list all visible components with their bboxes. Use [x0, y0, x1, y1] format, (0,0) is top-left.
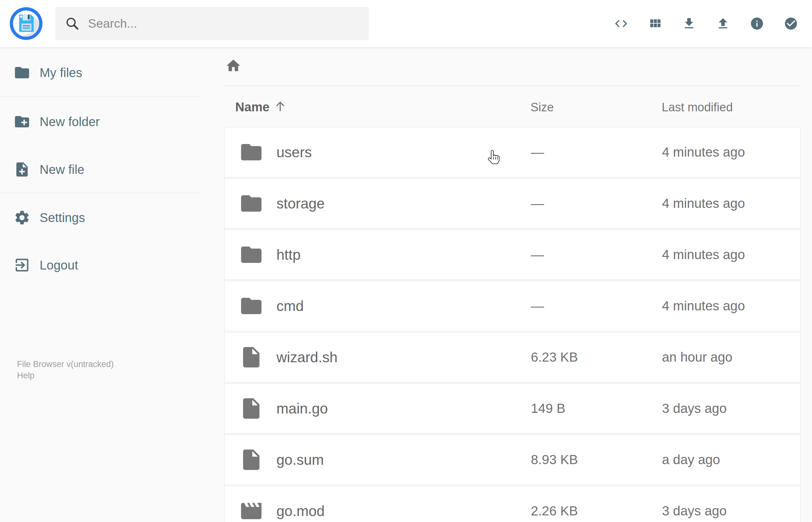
- sidebar: My files New folder New file Settings: [0, 47, 200, 522]
- home-icon: [225, 58, 242, 74]
- item-modified: 4 minutes ago: [662, 145, 745, 160]
- file-row[interactable]: http — 4 minutes ago: [224, 229, 801, 280]
- info-button[interactable]: [750, 16, 764, 31]
- code-icon: [614, 16, 628, 31]
- download-icon: [682, 16, 696, 31]
- item-modified: a day ago: [662, 452, 720, 467]
- item-size: —: [531, 298, 544, 314]
- sidebar-footer: File Browser v(untracked) Help: [17, 359, 114, 381]
- item-size: 6.23 KB: [531, 350, 578, 365]
- item-size: —: [531, 247, 544, 262]
- item-name: storage: [277, 195, 325, 212]
- column-header-size[interactable]: Size: [530, 101, 554, 114]
- download-button[interactable]: [682, 16, 696, 31]
- sidebar-item-label: New file: [40, 163, 84, 177]
- item-modified: 3 days ago: [662, 503, 727, 519]
- sidebar-item-new-file[interactable]: New file: [0, 152, 200, 187]
- file-row[interactable]: wizard.sh 6.23 KB an hour ago: [224, 332, 801, 382]
- header-actions: [614, 0, 798, 47]
- select-multiple-button[interactable]: [784, 16, 798, 31]
- sidebar-item-label: Settings: [40, 211, 85, 225]
- item-modified: 4 minutes ago: [662, 196, 745, 211]
- logout-icon: [14, 257, 31, 274]
- header-divider: [224, 85, 801, 86]
- item-name: go.mod: [277, 502, 325, 520]
- upload-icon: [716, 16, 730, 31]
- floppy-disk-logo-icon: [9, 7, 43, 40]
- file-icon: [239, 447, 264, 472]
- new-folder-icon: [14, 113, 31, 130]
- folder-icon: [14, 64, 31, 81]
- folder-icon: [239, 294, 264, 318]
- column-header-name[interactable]: Name: [235, 100, 269, 114]
- search-input[interactable]: Search...: [55, 7, 369, 40]
- item-size: 8.93 KB: [531, 452, 578, 467]
- grid-view-icon: [648, 16, 662, 31]
- upload-button[interactable]: [716, 16, 730, 31]
- sidebar-item-settings[interactable]: Settings: [0, 200, 200, 235]
- sidebar-item-new-folder[interactable]: New folder: [0, 104, 200, 139]
- switch-view-button[interactable]: [648, 16, 662, 31]
- item-size: —: [531, 196, 544, 211]
- help-link[interactable]: Help: [17, 370, 114, 381]
- sidebar-divider: [0, 96, 200, 97]
- search-placeholder: Search...: [88, 17, 137, 31]
- item-name: users: [277, 144, 312, 161]
- sort-ascending-icon[interactable]: [273, 99, 287, 114]
- folder-icon: [239, 191, 264, 216]
- sidebar-divider: [0, 193, 200, 193]
- breadcrumb-home-button[interactable]: [225, 58, 242, 74]
- item-size: 149 B: [531, 401, 565, 416]
- file-row[interactable]: main.go 149 B 3 days ago: [224, 383, 801, 434]
- sidebar-item-label: My files: [40, 66, 82, 80]
- sidebar-item-label: New folder: [40, 115, 100, 129]
- filebrowser-app: Search...: [0, 0, 812, 522]
- column-header-modified[interactable]: Last modified: [662, 101, 733, 114]
- item-name: cmd: [277, 298, 304, 315]
- settings-gear-icon: [14, 209, 31, 226]
- item-size: —: [531, 145, 544, 160]
- item-modified: 4 minutes ago: [662, 247, 745, 262]
- sidebar-item-logout[interactable]: Logout: [0, 248, 200, 282]
- top-bar: Search...: [0, 0, 812, 47]
- item-modified: 4 minutes ago: [662, 298, 745, 314]
- filebrowser-logo[interactable]: [9, 7, 43, 40]
- item-size: 2.26 KB: [531, 503, 578, 519]
- item-name: main.go: [277, 400, 328, 417]
- item-modified: an hour ago: [662, 350, 732, 365]
- sidebar-item-label: Logout: [40, 258, 78, 272]
- item-name: wizard.sh: [277, 349, 338, 366]
- item-name: http: [277, 246, 301, 263]
- item-name: go.sum: [277, 451, 324, 468]
- sidebar-item-my-files[interactable]: My files: [0, 55, 200, 90]
- check-circle-icon: [784, 16, 798, 31]
- file-row[interactable]: go.mod 2.26 KB 3 days ago: [224, 486, 801, 522]
- file-row[interactable]: storage — 4 minutes ago: [224, 178, 801, 228]
- movie-icon: [239, 499, 264, 522]
- info-icon: [750, 16, 764, 31]
- file-row[interactable]: cmd — 4 minutes ago: [224, 281, 801, 331]
- version-text: File Browser v(untracked): [17, 359, 114, 370]
- file-icon: [239, 396, 264, 421]
- folder-icon: [239, 242, 264, 267]
- file-row[interactable]: go.sum 8.93 KB a day ago: [224, 435, 801, 485]
- search-icon: [65, 16, 80, 31]
- file-row[interactable]: users — 4 minutes ago: [224, 127, 801, 177]
- folder-icon: [239, 140, 264, 164]
- shell-button[interactable]: [614, 16, 628, 31]
- new-file-icon: [14, 161, 31, 178]
- item-modified: 3 days ago: [662, 401, 727, 416]
- file-icon: [239, 345, 264, 369]
